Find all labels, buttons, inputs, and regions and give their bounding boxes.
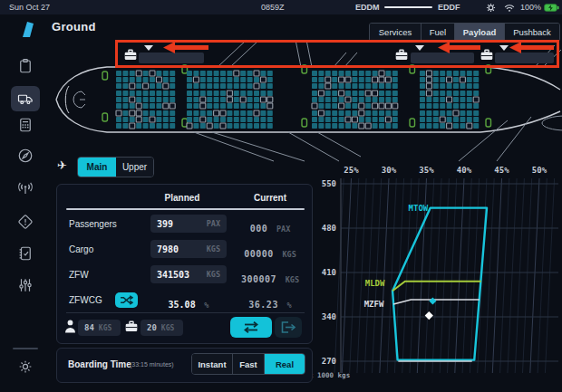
seat[interactable] bbox=[352, 117, 357, 122]
seat[interactable] bbox=[325, 83, 331, 89]
seat[interactable] bbox=[227, 123, 232, 129]
seat[interactable] bbox=[392, 91, 398, 96]
seat[interactable] bbox=[207, 77, 212, 82]
seat[interactable] bbox=[193, 123, 199, 129]
seat[interactable] bbox=[122, 77, 128, 82]
seat[interactable] bbox=[312, 83, 317, 89]
seat[interactable] bbox=[460, 110, 465, 116]
seat[interactable] bbox=[234, 123, 239, 129]
settings-gear-icon[interactable] bbox=[17, 359, 34, 375]
seat[interactable] bbox=[170, 123, 175, 129]
seat[interactable] bbox=[365, 91, 371, 96]
seat[interactable] bbox=[200, 123, 206, 129]
seat[interactable] bbox=[193, 97, 199, 102]
seat[interactable] bbox=[163, 77, 169, 82]
seat[interactable] bbox=[325, 123, 331, 129]
seat[interactable] bbox=[130, 123, 135, 129]
seat[interactable] bbox=[447, 123, 452, 129]
seat[interactable] bbox=[227, 83, 232, 89]
seat[interactable] bbox=[122, 71, 128, 76]
seat[interactable] bbox=[187, 83, 192, 89]
seat[interactable] bbox=[373, 117, 378, 122]
seat[interactable] bbox=[426, 123, 431, 129]
seat[interactable] bbox=[200, 110, 206, 116]
tab-payload[interactable]: Payload bbox=[454, 24, 504, 41]
seat[interactable] bbox=[247, 117, 253, 122]
seat[interactable] bbox=[385, 110, 391, 116]
seat[interactable] bbox=[447, 103, 452, 109]
seat[interactable] bbox=[339, 103, 344, 109]
seat[interactable] bbox=[467, 110, 472, 116]
seat[interactable] bbox=[214, 110, 219, 116]
seat[interactable] bbox=[150, 71, 155, 76]
seat[interactable] bbox=[122, 97, 128, 102]
seat[interactable] bbox=[163, 83, 169, 89]
seat[interactable] bbox=[207, 71, 212, 76]
seat[interactable] bbox=[447, 117, 452, 122]
zfw-planned-input[interactable]: 341503 KGS bbox=[150, 265, 227, 283]
seat[interactable] bbox=[267, 71, 273, 76]
seat[interactable] bbox=[447, 77, 452, 82]
seat[interactable] bbox=[247, 71, 253, 76]
seat[interactable] bbox=[234, 117, 239, 122]
seat[interactable] bbox=[420, 117, 425, 122]
pax-weight-chip[interactable]: 84 KGS bbox=[78, 320, 121, 336]
seat[interactable] bbox=[163, 117, 169, 122]
seat[interactable] bbox=[116, 71, 121, 76]
seat[interactable] bbox=[345, 97, 351, 102]
seat[interactable] bbox=[170, 103, 175, 109]
seat[interactable] bbox=[254, 103, 259, 109]
seat[interactable] bbox=[385, 91, 391, 96]
seat[interactable] bbox=[130, 91, 135, 96]
seat[interactable] bbox=[130, 110, 135, 116]
seat[interactable] bbox=[473, 83, 479, 89]
seat[interactable] bbox=[220, 110, 226, 116]
seat[interactable] bbox=[234, 110, 239, 116]
seat[interactable] bbox=[170, 83, 175, 89]
seat[interactable] bbox=[312, 91, 317, 96]
seat[interactable] bbox=[447, 83, 452, 89]
seat[interactable] bbox=[365, 83, 371, 89]
seat[interactable] bbox=[339, 83, 344, 89]
seat[interactable] bbox=[267, 117, 273, 122]
seat[interactable] bbox=[345, 123, 351, 129]
seat[interactable] bbox=[385, 77, 391, 82]
seat[interactable] bbox=[143, 77, 149, 82]
seat[interactable] bbox=[260, 91, 266, 96]
seat[interactable] bbox=[136, 97, 141, 102]
seat[interactable] bbox=[170, 91, 175, 96]
seat[interactable] bbox=[143, 97, 149, 102]
seat[interactable] bbox=[379, 123, 384, 129]
seat[interactable] bbox=[365, 123, 371, 129]
seat[interactable] bbox=[352, 91, 357, 96]
seat[interactable] bbox=[440, 123, 445, 129]
seat[interactable] bbox=[385, 117, 391, 122]
seat[interactable] bbox=[240, 91, 246, 96]
seat[interactable] bbox=[122, 123, 128, 129]
seat[interactable] bbox=[420, 110, 425, 116]
seat[interactable] bbox=[267, 91, 273, 96]
seat[interactable] bbox=[392, 97, 398, 102]
seat[interactable] bbox=[122, 91, 128, 96]
seat[interactable] bbox=[373, 110, 378, 116]
seat[interactable] bbox=[460, 97, 465, 102]
seat[interactable] bbox=[339, 123, 344, 129]
seat[interactable] bbox=[345, 77, 351, 82]
seat[interactable] bbox=[207, 103, 212, 109]
seat[interactable] bbox=[170, 117, 175, 122]
seat[interactable] bbox=[136, 71, 141, 76]
seat[interactable] bbox=[143, 123, 149, 129]
seat[interactable] bbox=[116, 97, 121, 102]
seat[interactable] bbox=[467, 77, 472, 82]
deboard-button[interactable] bbox=[275, 317, 302, 338]
seat[interactable] bbox=[385, 103, 391, 109]
seat[interactable] bbox=[193, 103, 199, 109]
seat[interactable] bbox=[220, 83, 226, 89]
tab-pushback[interactable]: Pushback bbox=[504, 24, 559, 41]
seat[interactable] bbox=[420, 123, 425, 129]
seat[interactable] bbox=[187, 117, 192, 122]
seat[interactable] bbox=[440, 117, 445, 122]
seat[interactable] bbox=[392, 110, 398, 116]
seat[interactable] bbox=[130, 77, 135, 82]
seat[interactable] bbox=[345, 103, 351, 109]
